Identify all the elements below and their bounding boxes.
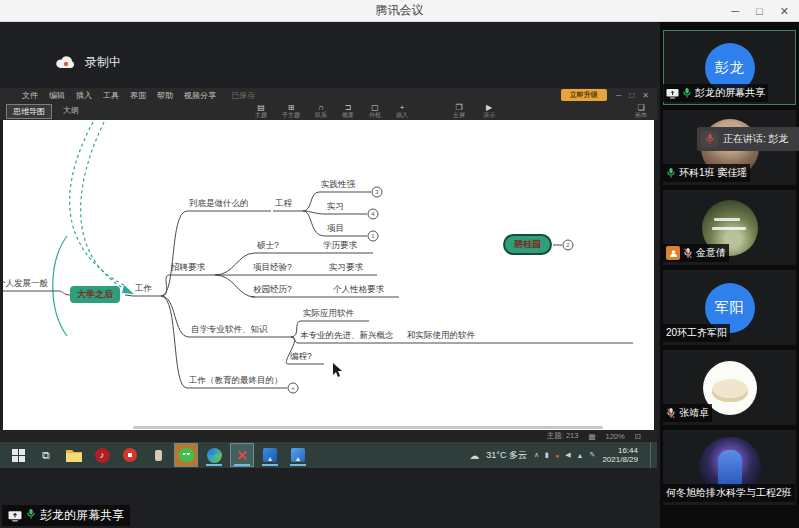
speaking-mic-icon	[701, 131, 718, 148]
wechat-icon[interactable]	[175, 444, 197, 466]
tool-button[interactable]: ⊐概要	[342, 103, 354, 119]
speaker-icon[interactable]: ◀	[565, 451, 570, 459]
ime-icon[interactable]: ✎	[590, 451, 596, 459]
tool-icon: ∩	[318, 103, 324, 112]
mindmap-node[interactable]: 个人发展一般	[3, 278, 48, 290]
weather-text[interactable]: 31°C 多云	[486, 449, 527, 462]
participant-label: 20环工齐军阳	[663, 324, 730, 342]
mindmap-node[interactable]: 项目经验?	[253, 262, 292, 274]
usb-icon[interactable]: ●	[555, 452, 559, 459]
mindmap-node[interactable]: 到底是做什么的	[189, 198, 249, 210]
mindmap-node[interactable]: 工作（教育的最终目的）	[189, 375, 283, 387]
participant-label: 何冬旭给排水科学与工程2班	[663, 484, 795, 502]
fit-screen-icon[interactable]: ⊡	[635, 432, 641, 441]
participant-tile[interactable]: 彭龙彭龙的屏幕共享	[663, 30, 796, 105]
tool-button[interactable]: ∩联系	[315, 103, 327, 119]
mic-muted-icon	[666, 407, 676, 419]
app-maximize-button[interactable]: □	[629, 91, 634, 100]
window-minimize-button[interactable]: ─	[731, 0, 739, 22]
mindmap-node[interactable]: 校园经历?	[253, 284, 292, 296]
mindmap-canvas[interactable]: 341+2 个人发展一般大学之后工作到底是做什么的工程实践性强实习项目招聘要求硕…	[3, 120, 654, 430]
start-button-icon[interactable]	[7, 444, 29, 466]
tool-button[interactable]: ❐全屏	[453, 103, 465, 119]
red-x-app-icon[interactable]: ✕	[231, 444, 253, 466]
red-disc-app-icon[interactable]	[119, 444, 141, 466]
host-badge-icon	[666, 246, 680, 260]
panel-icon: ❏	[637, 103, 644, 112]
windows-taskbar: ⧉♪✕▲▲ ☁ 31°C 多云 ∧▮●◀▲✎ 16:44 2021/8/29	[0, 442, 657, 468]
canvas-panel-button[interactable]: ❏ 画布	[635, 103, 647, 119]
taskbar-apps: ⧉♪✕▲▲	[0, 444, 309, 466]
netease-music-icon[interactable]: ♪	[91, 444, 113, 466]
battery-icon[interactable]: ▮	[545, 451, 549, 459]
mic-on-icon	[666, 167, 676, 179]
mindmap-node[interactable]: 实践性强	[321, 179, 355, 191]
tool-button[interactable]: ▶演示	[483, 103, 495, 119]
app-minimize-button[interactable]: ─	[616, 91, 622, 100]
mindmap-node[interactable]: 碧桂园	[503, 234, 552, 255]
mindmap-node[interactable]: 学历要求	[323, 240, 357, 252]
view-tab[interactable]: 思维导图	[6, 104, 52, 119]
mindmap-node[interactable]: 招聘要求	[171, 262, 205, 274]
tool-group: ▤主题⊞子主题∩联系⊐概要▢外框+插入	[255, 103, 408, 119]
mindmap-node[interactable]: 工作	[135, 283, 152, 295]
mindmap-node[interactable]: 编程?	[290, 351, 312, 363]
mindmap-node[interactable]: 工程	[275, 198, 292, 210]
show-desktop-button[interactable]	[650, 442, 655, 468]
menu-item[interactable]: 编辑	[49, 90, 65, 101]
file-explorer-icon[interactable]	[63, 444, 85, 466]
tray-time: 16:44	[618, 446, 638, 455]
view-tab[interactable]: 大纲	[57, 104, 85, 119]
mindmap-node[interactable]: 大学之后	[70, 286, 120, 303]
mindmap-node[interactable]: 项目	[327, 223, 344, 235]
upgrade-button[interactable]: 立即升级	[561, 89, 607, 101]
edge-browser-icon[interactable]	[203, 444, 225, 466]
tool-icon: ▶	[486, 103, 492, 112]
mindmap-node[interactable]: 实习	[327, 201, 344, 213]
app-close-button[interactable]: ✕	[642, 91, 649, 100]
pin-app-icon[interactable]	[147, 444, 169, 466]
photo-app-icon[interactable]: ▲	[259, 444, 281, 466]
network-icon[interactable]: ▲	[577, 452, 584, 459]
mindmap-node[interactable]: 硕士?	[257, 240, 279, 252]
mindmap-node[interactable]: 和实际使用的软件	[407, 330, 475, 342]
menu-item[interactable]: 视频分享	[184, 90, 216, 101]
window-maximize-button[interactable]: □	[756, 0, 763, 22]
mindmap-node[interactable]: 实际应用软件	[303, 308, 354, 320]
participant-tile[interactable]: 军阳20环工齐军阳	[663, 270, 796, 345]
participant-name: 金意倩	[696, 246, 726, 260]
participant-label: 张靖卓	[663, 404, 712, 422]
menu-item[interactable]: 工具	[103, 90, 119, 101]
mic-muted-icon	[683, 247, 693, 259]
zoom-level[interactable]: 120%	[606, 432, 625, 441]
menu-item[interactable]: 帮助	[157, 90, 173, 101]
window-close-button[interactable]: ✕	[780, 0, 789, 22]
menu-item[interactable]: 文件	[22, 90, 38, 101]
tool-button[interactable]: ▢外框	[369, 103, 381, 119]
menu-item[interactable]: 界面	[130, 90, 146, 101]
menu-item[interactable]: 插入	[76, 90, 92, 101]
minimap-icon[interactable]: ▦	[588, 432, 595, 441]
tool-button[interactable]: ⊞子主题	[282, 103, 300, 119]
system-tray: ☁ 31°C 多云 ∧▮●◀▲✎ 16:44 2021/8/29	[469, 442, 657, 468]
taskbar-clock[interactable]: 16:44 2021/8/29	[602, 446, 638, 464]
tray-date: 2021/8/29	[602, 455, 638, 464]
tool-icon: ▤	[257, 103, 265, 112]
tool-icon: ⊞	[288, 103, 295, 112]
image-app-icon[interactable]: ▲	[287, 444, 309, 466]
participant-tile[interactable]: 张靖卓	[663, 350, 796, 425]
mindmap-node[interactable]: 自学专业软件、知识	[191, 324, 268, 336]
horizontal-scrollbar[interactable]	[133, 426, 603, 429]
mindmap-node[interactable]: 本专业的先进、新兴概念	[300, 330, 394, 342]
chevron-up-icon[interactable]: ∧	[534, 451, 539, 459]
mindmap-node[interactable]: 实习要求	[329, 262, 363, 274]
recording-indicator[interactable]: 录制中	[55, 54, 121, 71]
participant-tile[interactable]: 金意倩	[663, 190, 796, 265]
tool-button[interactable]: +插入	[396, 103, 408, 119]
tool-button[interactable]: ▤主题	[255, 103, 267, 119]
participant-label: 环科1班 窦佳瑶	[663, 164, 750, 182]
mindmap-node[interactable]: 个人性格要求	[333, 284, 384, 296]
participant-tile[interactable]: 何冬旭给排水科学与工程2班	[663, 430, 796, 505]
task-view-icon[interactable]: ⧉	[35, 444, 57, 466]
app-menu-items: 文件编辑插入工具界面帮助视频分享	[22, 90, 216, 101]
